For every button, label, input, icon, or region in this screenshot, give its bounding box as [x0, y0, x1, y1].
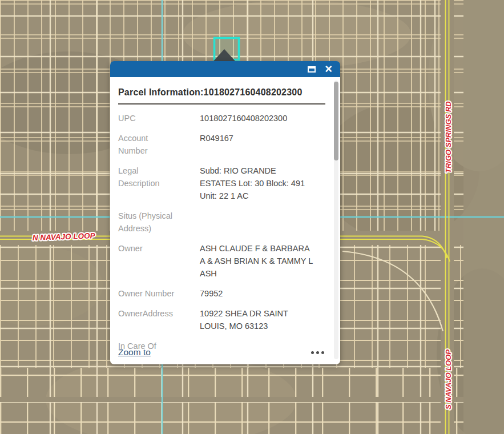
app-window: N NAVAJO LOOP TRIGO SPRINGS RD S NAVAJO …	[0, 0, 504, 434]
field-row: Situs (Physical Address)	[118, 210, 325, 235]
zoom-to-link[interactable]: Zoom to	[118, 347, 151, 357]
maximize-icon	[308, 66, 316, 73]
maximize-button[interactable]	[308, 63, 316, 75]
field-value: 1018027160408202300	[200, 112, 314, 124]
field-value: 10922 SHEA DR SAINT LOUIS, MO 63123	[200, 307, 314, 332]
field-row: Owner Number79952	[118, 287, 325, 300]
field-row: UPC1018027160408202300	[118, 112, 325, 124]
ellipsis-icon	[311, 351, 314, 354]
road-label-trigo-springs-rd: TRIGO SPRINGS RD	[444, 101, 453, 173]
field-value: Subd: RIO GRANDE ESTATES Lot: 30 Block: …	[200, 164, 314, 202]
popup-titlebar[interactable]: ×	[110, 61, 340, 77]
field-value: ASH CLAUDE F & BARBARA A & ASH BRIAN K &…	[200, 242, 314, 280]
popup-body: Parcel Information:1018027160408202300 U…	[110, 77, 340, 364]
field-label: Account Number	[118, 132, 175, 157]
field-label: Owner	[118, 242, 175, 255]
field-row: Account NumberR049167	[118, 132, 325, 157]
road-label-s-navajo-loop: S NAVAJO LOOP	[444, 349, 453, 409]
close-button[interactable]: ×	[325, 63, 332, 75]
field-label: Legal Description	[118, 164, 175, 190]
popup-scrollbar[interactable]	[334, 81, 338, 359]
popup-title: Parcel Information:1018027160408202300	[118, 87, 325, 105]
close-icon: ×	[325, 63, 332, 75]
field-row: OwnerASH CLAUDE F & BARBARA A & ASH BRIA…	[118, 242, 325, 280]
field-row: OwnerAddress10922 SHEA DR SAINT LOUIS, M…	[118, 307, 325, 332]
popup-anchor-pointer	[213, 49, 236, 62]
field-label: Owner Number	[118, 287, 175, 300]
field-value: 79952	[200, 287, 314, 300]
more-actions-button[interactable]	[310, 348, 325, 357]
parcel-info-popup: × Parcel Information:1018027160408202300…	[110, 61, 340, 364]
field-label: UPC	[118, 112, 175, 124]
field-list: UPC1018027160408202300Account NumberR049…	[118, 112, 325, 352]
field-label: OwnerAddress	[118, 307, 175, 320]
popup-footer: Zoom to	[118, 347, 325, 357]
scrollbar-thumb[interactable]	[334, 82, 338, 160]
field-value: R049167	[200, 132, 314, 144]
field-label: Situs (Physical Address)	[118, 210, 175, 235]
field-row: Legal DescriptionSubd: RIO GRANDE ESTATE…	[118, 164, 325, 202]
